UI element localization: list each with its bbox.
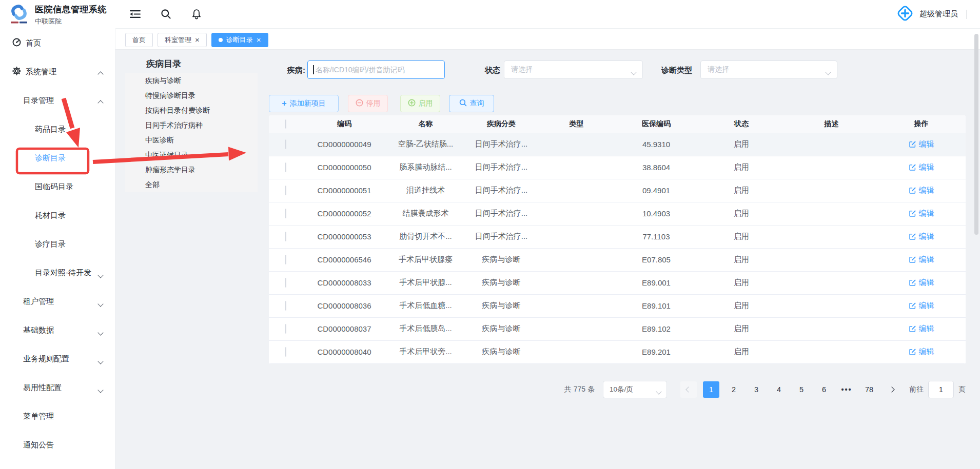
search-icon[interactable] xyxy=(160,8,172,21)
sidebar-item-consumables-catalog[interactable]: 耗材目录 xyxy=(0,201,115,230)
sidebar-item-catalog-management[interactable]: 目录管理 xyxy=(0,86,115,115)
edit-button[interactable]: 编辑 xyxy=(909,301,934,311)
total-count: 共 775 条 xyxy=(564,385,595,394)
user-badge-icon xyxy=(896,4,914,25)
page-button[interactable]: 2 xyxy=(726,381,742,398)
cell-insurance: 09.4901 xyxy=(616,179,697,202)
list-item[interactable]: 疾病与诊断 xyxy=(125,73,258,88)
query-label: 查询 xyxy=(470,99,484,108)
row-checkbox[interactable] xyxy=(285,278,286,288)
cell-type xyxy=(537,179,616,202)
edit-button[interactable]: 编辑 xyxy=(909,139,934,149)
sidebar-item-home[interactable]: 首页 xyxy=(0,29,115,57)
query-button[interactable]: 查询 xyxy=(449,95,494,112)
edit-label: 编辑 xyxy=(919,232,934,241)
sidebar-item-menu-management[interactable]: 菜单管理 xyxy=(0,402,115,431)
close-icon[interactable]: × xyxy=(257,36,261,44)
page-button[interactable]: 6 xyxy=(816,381,832,398)
hospital-name: 中联医院 xyxy=(35,17,107,26)
row-checkbox[interactable] xyxy=(285,255,286,264)
list-item[interactable]: 肿瘤形态学目录 xyxy=(125,162,258,177)
edit-button[interactable]: 编辑 xyxy=(909,324,934,334)
sidebar-item-national-code-catalog[interactable]: 国临码目录 xyxy=(0,172,115,201)
user-area[interactable]: 超级管理员 xyxy=(896,4,967,25)
select-all-checkbox[interactable] xyxy=(285,119,286,129)
sidebar: 首页 系统管理 目录管理 xyxy=(0,29,115,469)
row-checkbox[interactable] xyxy=(285,324,286,334)
edit-button[interactable]: 编辑 xyxy=(909,278,934,288)
page-button[interactable]: 1 xyxy=(703,381,719,398)
list-item[interactable]: 按病种目录付费诊断 xyxy=(125,103,258,118)
sidebar-item-tenant-management[interactable]: 租户管理 xyxy=(0,287,115,316)
bell-icon[interactable] xyxy=(190,8,203,21)
diag-type-select[interactable]: 请选择 xyxy=(700,60,837,79)
sidebar-item-treatment-catalog[interactable]: 诊疗目录 xyxy=(0,230,115,258)
user-name: 超级管理员 xyxy=(919,9,958,19)
row-checkbox[interactable] xyxy=(285,232,286,241)
add-item-button[interactable]: + 添加新项目 xyxy=(269,95,339,112)
cell-code: CD0000008037 xyxy=(303,317,386,340)
search-icon xyxy=(459,99,467,108)
edit-button[interactable]: 编辑 xyxy=(909,347,934,357)
diag-type-filter-label: 诊断类型 xyxy=(661,66,692,75)
edit-button[interactable]: 编辑 xyxy=(909,209,934,218)
close-icon[interactable]: × xyxy=(195,36,200,44)
row-checkbox[interactable] xyxy=(285,301,286,311)
status-select[interactable]: 请选择 xyxy=(504,60,643,79)
enable-button[interactable]: 启用 xyxy=(400,95,440,112)
sidebar-item-notice[interactable]: 通知公告 xyxy=(0,431,115,459)
row-checkbox[interactable] xyxy=(285,162,286,172)
cell-name: 手术后甲状旁... xyxy=(386,340,465,363)
tab-diagnosis-catalog[interactable]: 诊断目录 × xyxy=(211,33,268,47)
more-pages-icon[interactable]: ••• xyxy=(838,381,855,398)
cell-desc xyxy=(786,340,877,363)
cell-insurance: E89.101 xyxy=(616,294,697,317)
sidebar-item-business-rules[interactable]: 业务规则配置 xyxy=(0,344,115,373)
sidebar-item-catalog-mapping[interactable]: 目录对照-待开发 xyxy=(0,258,115,287)
row-checkbox[interactable] xyxy=(285,347,286,357)
page-scrollbar[interactable] xyxy=(974,34,978,235)
cell-status: 启用 xyxy=(697,294,786,317)
chevron-down-icon xyxy=(99,328,103,336)
row-checkbox[interactable] xyxy=(285,139,286,149)
tab-home[interactable]: 首页 xyxy=(125,33,153,47)
cell-category: 日间手术治疗... xyxy=(465,179,537,202)
edit-button[interactable]: 编辑 xyxy=(909,186,934,195)
row-checkbox[interactable] xyxy=(285,209,286,218)
list-item[interactable]: 中医证候目录 xyxy=(125,148,258,162)
cell-name: 手术后甲状腺瘘 xyxy=(386,248,465,271)
sidebar-item-usability-config[interactable]: 易用性配置 xyxy=(0,373,115,402)
page-button[interactable]: 5 xyxy=(793,381,810,398)
sidebar-item-diagnosis-catalog[interactable]: 诊断目录 xyxy=(0,144,115,172)
page-button[interactable]: 3 xyxy=(748,381,765,398)
disease-search-input[interactable] xyxy=(307,60,445,79)
sidebar-item-label: 业务规则配置 xyxy=(23,354,69,364)
page-button[interactable]: 4 xyxy=(771,381,787,398)
cell-insurance: E89.102 xyxy=(616,317,697,340)
disable-button[interactable]: 停用 xyxy=(348,95,388,112)
sidebar-item-drug-catalog[interactable]: 药品目录 xyxy=(0,115,115,144)
tab-department-management[interactable]: 科室管理 × xyxy=(158,33,207,47)
edit-button[interactable]: 编辑 xyxy=(909,232,934,241)
goto-page-input[interactable] xyxy=(928,381,954,398)
cell-desc xyxy=(786,133,877,156)
list-item[interactable]: 特慢病诊断目录 xyxy=(125,88,258,103)
chevron-down-icon xyxy=(99,299,103,308)
chevron-left-icon xyxy=(685,386,691,392)
sidebar-item-base-data[interactable]: 基础数据 xyxy=(0,316,115,344)
list-item[interactable]: 日间手术治疗病种 xyxy=(125,118,258,133)
cell-code: CD0000008036 xyxy=(303,294,386,317)
next-page-button[interactable] xyxy=(884,381,900,398)
tab-label: 科室管理 xyxy=(165,35,191,45)
list-item[interactable]: 全部 xyxy=(125,177,258,192)
page-size-select[interactable]: 10条/页 xyxy=(603,381,667,398)
sidebar-item-label: 国临码目录 xyxy=(35,182,73,192)
page-button[interactable]: 78 xyxy=(861,381,877,398)
sidebar-item-system-management[interactable]: 系统管理 xyxy=(0,57,115,86)
menu-fold-icon[interactable] xyxy=(129,8,141,21)
row-checkbox[interactable] xyxy=(285,186,286,195)
edit-button[interactable]: 编辑 xyxy=(909,255,934,264)
prev-page-button[interactable] xyxy=(680,381,697,398)
list-item[interactable]: 中医诊断 xyxy=(125,133,258,148)
edit-button[interactable]: 编辑 xyxy=(909,162,934,172)
